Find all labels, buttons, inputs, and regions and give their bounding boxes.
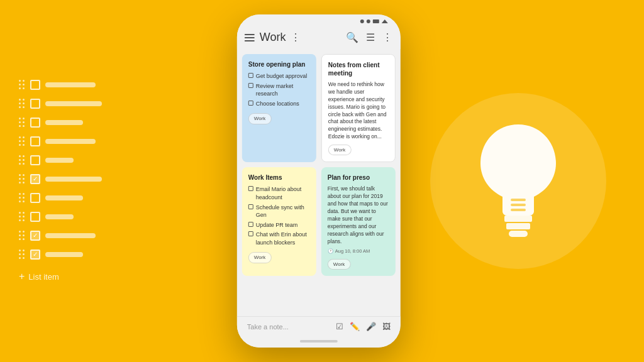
list-item-content <box>45 177 102 182</box>
checkbox[interactable]: ✓ <box>30 174 40 184</box>
note-checkbox <box>248 204 253 209</box>
note-card-store-opening[interactable]: Store opening plan Get budget approval R… <box>242 54 316 162</box>
checkbox[interactable] <box>30 99 40 109</box>
add-list-item-label: List item <box>28 272 58 282</box>
list-item-content <box>45 158 74 163</box>
more-options-icon[interactable]: ⋮ <box>382 31 393 43</box>
svg-rect-1 <box>506 223 530 229</box>
list-item-content <box>45 139 96 144</box>
add-list-item-button[interactable]: + List item <box>19 271 102 282</box>
title-more-icon[interactable]: ⋮ <box>291 31 301 43</box>
note-card-work-items[interactable]: Work Items Email Mario about headcount S… <box>242 167 316 276</box>
signal-icon <box>360 19 364 23</box>
drag-handle-icon <box>19 250 25 260</box>
checklist-item-text: Update PR team <box>256 221 298 229</box>
bottom-bar: Take a note... ☑ ✏️ 🎤 🖼 <box>237 316 401 335</box>
battery-icon <box>373 19 379 23</box>
checkbox[interactable] <box>30 136 40 146</box>
svg-rect-4 <box>511 204 526 206</box>
list-item-content <box>45 214 74 219</box>
plus-icon: + <box>19 271 25 282</box>
checkbox-add-icon[interactable]: ☑ <box>336 322 343 331</box>
list-item <box>19 155 102 165</box>
drag-handle-icon <box>19 212 25 222</box>
drag-handle-icon <box>19 99 25 109</box>
checklist-item-text: Chat with Erin about launch blockers <box>256 231 310 246</box>
checkbox[interactable] <box>30 193 40 203</box>
image-icon[interactable]: 🖼 <box>382 322 391 331</box>
note-content: First, we should talk about our plan for… <box>328 185 389 245</box>
note-checkbox <box>248 73 253 78</box>
list-item-content <box>45 120 83 125</box>
checkbox[interactable] <box>30 80 40 90</box>
app-title: Work <box>260 31 286 44</box>
list-item <box>19 99 102 109</box>
pencil-icon[interactable]: ✏️ <box>350 322 360 331</box>
status-bar <box>237 14 401 26</box>
take-note-placeholder[interactable]: Take a note... <box>247 323 289 331</box>
checkbox[interactable]: ✓ <box>30 250 40 260</box>
list-item <box>19 136 102 146</box>
drag-handle-icon <box>19 136 25 146</box>
note-tag[interactable]: Work <box>328 145 352 155</box>
list-item <box>19 80 102 90</box>
checkbox[interactable] <box>30 118 40 128</box>
drag-handle-icon <box>19 193 25 203</box>
note-title: Work Items <box>248 173 310 182</box>
phone-mockup: Work ⋮ 🔍 ☰ ⋮ Store opening plan Get budg… <box>237 14 401 348</box>
hamburger-menu-button[interactable] <box>245 34 255 41</box>
checklist-item: Get budget approval <box>248 72 310 80</box>
network-icon <box>382 19 388 23</box>
microphone-icon[interactable]: 🎤 <box>366 322 376 331</box>
checklist-item: Chat with Erin about launch blockers <box>248 231 310 246</box>
checkbox[interactable] <box>30 212 40 222</box>
list-item <box>19 118 102 128</box>
checkbox[interactable] <box>30 155 40 165</box>
checkbox[interactable]: ✓ <box>30 231 40 241</box>
hamburger-line <box>245 40 255 41</box>
list-item <box>19 193 102 203</box>
checklist-item-text: Choose locations <box>256 100 299 108</box>
note-date: 🕐 Aug 10, 8:00 AM <box>328 248 389 255</box>
svg-rect-3 <box>511 199 526 201</box>
list-item-content <box>45 195 83 200</box>
search-icon[interactable]: 🔍 <box>346 31 358 43</box>
note-tag[interactable]: Work <box>328 259 351 270</box>
grid-view-icon[interactable]: ☰ <box>366 31 375 43</box>
note-date-text: Aug 10, 8:00 AM <box>335 248 370 255</box>
list-item: ✓ <box>19 250 102 260</box>
notes-grid: Store opening plan Get budget approval R… <box>237 49 401 316</box>
list-item-content <box>45 101 102 106</box>
signal-icon <box>367 19 370 23</box>
note-input-row: Take a note... ☑ ✏️ 🎤 🖼 <box>247 322 391 331</box>
note-checkbox <box>248 186 253 191</box>
note-title: Notes from client meeting <box>328 61 389 77</box>
note-content: We need to rethink how we handle user ex… <box>328 81 389 141</box>
note-title: Plan for preso <box>328 173 389 182</box>
drag-handle-icon <box>19 231 25 241</box>
note-checkbox <box>248 101 253 106</box>
note-card-client-meeting[interactable]: Notes from client meeting We need to ret… <box>321 54 396 162</box>
clock-icon: 🕐 <box>328 248 333 255</box>
left-checklist: ✓ ✓ <box>19 80 102 282</box>
checklist-item-text: Email Mario about headcount <box>256 185 310 201</box>
list-item: ✓ <box>19 231 102 241</box>
list-item: ✓ <box>19 174 102 184</box>
background-circle <box>430 93 606 269</box>
app-header: Work ⋮ 🔍 ☰ ⋮ <box>237 26 401 49</box>
checklist-item: Email Mario about headcount <box>248 185 310 201</box>
checklist-item: Update PR team <box>248 221 310 229</box>
drag-handle-icon <box>19 118 25 128</box>
checklist-item: Review market research <box>248 82 310 98</box>
checklist-item-text: Review market research <box>256 82 310 98</box>
home-indicator <box>300 340 338 343</box>
svg-rect-0 <box>504 216 532 222</box>
note-tag[interactable]: Work <box>248 113 272 124</box>
checklist-item-text: Schedule sync with Gen <box>256 204 310 219</box>
note-card-plan-preso[interactable]: Plan for preso First, we should talk abo… <box>321 167 396 276</box>
note-checkbox <box>248 222 253 227</box>
bottom-icons: ☑ ✏️ 🎤 🖼 <box>336 322 391 331</box>
note-tag[interactable]: Work <box>248 252 272 263</box>
header-right: 🔍 ☰ ⋮ <box>346 31 393 43</box>
svg-rect-5 <box>511 209 526 211</box>
